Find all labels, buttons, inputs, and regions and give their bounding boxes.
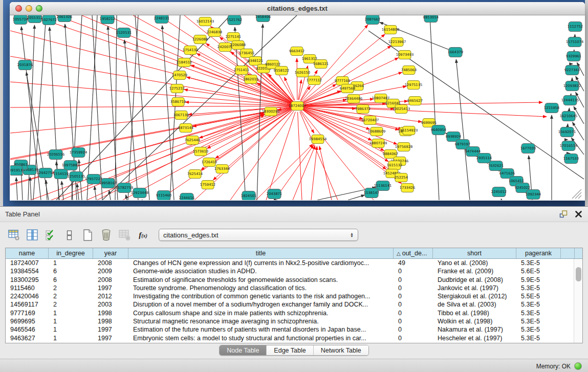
network-view-window[interactable]: citations_edges.txt 18724007193845541830… xyxy=(10,2,585,201)
close-panel-icon[interactable] xyxy=(574,210,583,218)
column-header-title[interactable]: title xyxy=(128,248,394,258)
graph-edge[interactable] xyxy=(56,162,59,200)
graph-node-label: 10973493 xyxy=(396,53,414,57)
graph-node-label: 7485063 xyxy=(401,68,417,72)
graph-node-label: 12942757 xyxy=(37,171,55,175)
table-row[interactable]: 969969511998Structural magnetic resonanc… xyxy=(6,317,574,325)
graph-edge[interactable] xyxy=(92,15,102,200)
column-header-in_degree[interactable]: in_degree xyxy=(49,248,93,258)
graph-edge[interactable] xyxy=(311,146,317,200)
function-builder-icon[interactable]: f(x) xyxy=(136,228,150,242)
column-header-name[interactable]: name xyxy=(6,248,49,258)
attribute-table: namein_degreeyeartitle△out_de...shortpag… xyxy=(5,248,583,343)
graph-edge[interactable] xyxy=(303,107,402,129)
graph-node-label: 1573610 xyxy=(193,149,208,154)
graph-edge[interactable] xyxy=(501,199,502,200)
table-cell: 5.3E-5 xyxy=(516,334,561,342)
table-scrollbar[interactable] xyxy=(574,259,582,343)
graph-edge[interactable] xyxy=(303,100,346,105)
graph-edge[interactable] xyxy=(77,184,79,200)
table-cell: 0 xyxy=(394,267,433,275)
table-cell: 0 xyxy=(394,300,433,309)
tab-network-table[interactable]: Network Table xyxy=(314,345,368,355)
graph-node-label: 17359924 xyxy=(70,150,88,155)
table-row[interactable]: 977716911998Corpus callosum shape and si… xyxy=(6,309,574,317)
scrollbar-thumb[interactable] xyxy=(576,267,581,281)
network-graph[interactable]: 1872400719384554183002951601214322468381… xyxy=(10,15,584,200)
graph-edge[interactable] xyxy=(126,195,127,200)
graph-node-label: 1759412 xyxy=(200,183,215,187)
table-select-dropdown[interactable]: citations_edges.txt ▲▼ xyxy=(159,229,358,241)
graph-edge[interactable] xyxy=(159,110,292,200)
graph-edge[interactable] xyxy=(230,111,294,200)
window-titlebar[interactable]: citations_edges.txt xyxy=(10,2,585,15)
graph-edge[interactable] xyxy=(16,178,17,200)
graph-edge[interactable] xyxy=(87,15,97,200)
graph-edge[interactable] xyxy=(301,111,374,200)
graph-edge[interactable] xyxy=(293,146,315,200)
graph-node-label: 9474444 xyxy=(465,149,481,154)
graph-edge[interactable] xyxy=(95,186,96,200)
memory-status-label: Memory: OK xyxy=(536,363,571,370)
column-header-year[interactable]: year xyxy=(93,248,128,258)
graph-edge[interactable] xyxy=(456,59,470,200)
graph-node-label: 2206088 xyxy=(230,43,246,47)
column-header-out_de[interactable]: △out_de... xyxy=(394,248,433,258)
graph-edge[interactable] xyxy=(51,108,292,200)
table-cell: 18724007 xyxy=(6,259,49,267)
graph-edge[interactable] xyxy=(21,172,23,200)
table-row[interactable]: 946362711997Embryonic stem cells: a mode… xyxy=(6,334,574,342)
graph-edge[interactable] xyxy=(61,181,63,200)
graph-edge[interactable] xyxy=(170,15,180,200)
table-row[interactable]: 1456911722003Disruption of a novel membe… xyxy=(6,300,574,309)
graph-node-label: 1754132 xyxy=(183,48,198,52)
table-header-row: namein_degreeyeartitle△out_de...shortpag… xyxy=(6,248,582,259)
column-header-pagerank[interactable]: pagerank xyxy=(516,248,561,258)
graph-edge[interactable] xyxy=(10,106,291,107)
memory-status-icon[interactable] xyxy=(574,362,582,370)
column-header-short[interactable]: short xyxy=(433,248,516,258)
clear-selection-icon[interactable] xyxy=(62,228,76,242)
table-row[interactable]: 1938455462009Genome-wide association stu… xyxy=(6,267,574,275)
minimize-window-icon[interactable] xyxy=(26,5,32,12)
graph-edge[interactable] xyxy=(430,15,439,200)
graph-edge[interactable] xyxy=(300,111,314,133)
graph-edge[interactable] xyxy=(61,114,264,200)
table-row[interactable]: 1830029562008Estimation of significance … xyxy=(6,276,574,284)
insert-column-icon[interactable] xyxy=(26,228,39,242)
graph-node-label: 12213967 xyxy=(388,40,406,44)
zoom-window-icon[interactable] xyxy=(36,5,42,12)
new-table-icon[interactable] xyxy=(81,228,95,242)
table-settings-icon[interactable] xyxy=(7,228,21,242)
graph-edge[interactable] xyxy=(297,58,297,100)
graph-edge[interactable] xyxy=(348,195,365,200)
table-cell: 2 xyxy=(49,284,93,292)
table-cell: Nakamura et al. (1997) xyxy=(433,325,516,334)
network-canvas[interactable]: 1872400719384554183002951601214322468381… xyxy=(10,15,584,200)
graph-node-label: 9777169 xyxy=(335,79,350,83)
close-window-icon[interactable] xyxy=(15,5,22,12)
graph-edge[interactable] xyxy=(30,177,31,200)
tab-edge-table[interactable]: Edge Table xyxy=(267,345,313,355)
select-all-icon[interactable] xyxy=(44,228,58,242)
graph-node-label: 17016514 xyxy=(560,144,578,148)
table-row[interactable]: 946554611997Estimation of the future num… xyxy=(6,325,574,334)
table-row[interactable]: 2242004622012Investigating the contribut… xyxy=(6,292,574,300)
graph-edge[interactable] xyxy=(319,146,332,200)
delete-icon[interactable] xyxy=(99,228,113,242)
table-row[interactable]: 1872400712008Changes of HCN gene express… xyxy=(6,259,574,267)
graph-edge[interactable] xyxy=(109,190,111,200)
tab-node-table[interactable]: Node Table xyxy=(220,345,267,355)
graph-node-label: 7986372 xyxy=(355,107,371,111)
table-cell: 1 xyxy=(49,334,93,342)
graph-edge[interactable] xyxy=(107,15,292,103)
float-window-icon[interactable] xyxy=(559,210,568,218)
graph-edge[interactable] xyxy=(266,112,295,200)
graph-node-label: 2184510 xyxy=(177,60,192,64)
table-row[interactable]: 911546021997Tourette syndrome. Phenomeno… xyxy=(6,284,574,292)
graph-node-label: 1733426 xyxy=(400,186,415,190)
graph-node-label: 1470529 xyxy=(172,73,187,77)
graph-node-label: 3586719 xyxy=(170,100,186,104)
graph-node-label: 10975887 xyxy=(62,163,80,167)
graph-node-label: 16012143 xyxy=(197,19,214,24)
